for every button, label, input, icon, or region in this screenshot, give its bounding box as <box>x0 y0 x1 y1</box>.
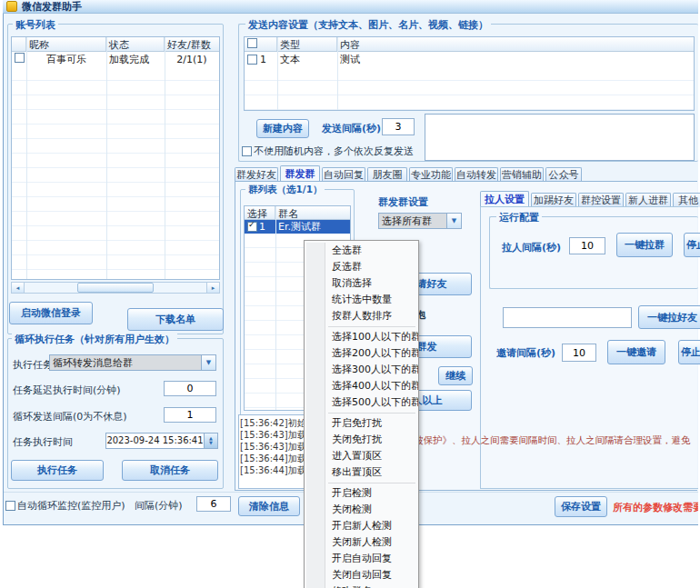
menu-item-select-all-groups[interactable]: 全选群 <box>305 243 418 259</box>
menu-item-select-under-300[interactable]: 选择300人以下的群 <box>305 362 418 378</box>
pull-group-button[interactable]: 一键拉群 <box>616 233 673 257</box>
scrollbar-thumb[interactable] <box>77 283 154 293</box>
scroll-right-icon[interactable]: ▸ <box>206 283 219 293</box>
content-empty-rows <box>245 66 694 110</box>
tab-group-send-friends[interactable]: 群发好友 <box>235 167 278 182</box>
continue-button[interactable]: 继续 <box>438 366 473 385</box>
menu-item-enter-pinned[interactable]: 进入置顶区 <box>305 448 418 464</box>
content-select-all-checkbox[interactable] <box>247 38 257 48</box>
menu-separator <box>328 483 415 483</box>
account-status: 加载完成 <box>106 53 165 66</box>
group-list-title: 群列表（选1/1） <box>245 184 325 196</box>
monitor-checkbox[interactable] <box>5 501 15 511</box>
clear-log-button[interactable]: 清除信息 <box>238 496 300 516</box>
content-row-checkbox[interactable] <box>247 55 257 65</box>
run-task-button[interactable]: 执行任务 <box>11 460 104 481</box>
group-row-selected[interactable]: ✓ 1 Er.测试群 <box>245 220 350 234</box>
menu-separator <box>328 326 415 327</box>
cancel-task-button[interactable]: 取消任务 <box>122 460 218 481</box>
menu-item-mute-off[interactable]: 关闭免打扰 <box>305 432 418 448</box>
account-nickname: 百事可乐 <box>26 53 106 66</box>
tab-pro-features[interactable]: 专业功能 <box>409 167 453 182</box>
accounts-hscrollbar[interactable]: ◂ ▸ <box>11 282 220 294</box>
menu-item-select-under-200[interactable]: 选择200人以下的群 <box>305 345 418 362</box>
title-bar[interactable]: 微信发群助手 <box>3 0 698 14</box>
invite-interval-input[interactable] <box>562 344 596 362</box>
table-gridline <box>337 37 338 110</box>
loop-interval-label: 循环发送间隔(0为不休息) <box>13 410 127 424</box>
accounts-table[interactable]: 昵称 状态 好友/群数 百事可乐 加载完成 2/1(1) <box>11 36 220 280</box>
tab-group-send-groups[interactable]: 群发群 <box>280 165 320 182</box>
tab-marketing[interactable]: 营销辅助 <box>500 167 544 182</box>
menu-item-autoreply-off[interactable]: 关闭自动回复 <box>305 567 418 583</box>
invite-button[interactable]: 一键邀请 <box>607 340 665 364</box>
content-preview-textarea[interactable] <box>425 114 695 161</box>
content-row[interactable]: 1 文本 测试 <box>245 52 694 67</box>
download-list-button[interactable]: 下载名单 <box>127 308 224 331</box>
task-time-picker[interactable]: 2023-09-24 15:36:41 ▲ ▼ <box>105 433 218 449</box>
subtab-pull-settings[interactable]: 拉人设置 <box>480 191 529 207</box>
stop-invite-button[interactable]: 停止邀请 <box>678 340 700 364</box>
save-settings-button[interactable]: 保存设置 <box>555 496 607 517</box>
account-checkbox[interactable] <box>15 53 25 63</box>
loop-interval-input[interactable] <box>164 407 216 423</box>
menu-item-sort-by-members[interactable]: 按群人数排序 <box>305 308 418 324</box>
menu-item-newmember-detect-off[interactable]: 关闭新人检测 <box>305 534 418 551</box>
task-time-label: 任务执行时间 <box>13 435 73 449</box>
menu-item-mute-on[interactable]: 开启免打扰 <box>305 415 418 432</box>
subtab-add-kick-friends[interactable]: 加踢好友 <box>531 193 576 207</box>
menu-item-clear-selection[interactable]: 取消选择 <box>305 275 418 292</box>
group-table-header: 选择 群名 <box>245 206 350 220</box>
random-content-checkbox[interactable] <box>242 146 252 156</box>
content-row-text: 测试 <box>337 53 694 66</box>
pull-friend-button[interactable]: 一键拉好友 <box>638 305 700 329</box>
spin-down-icon[interactable]: ▼ <box>209 441 213 445</box>
header-group-select: 选择 <box>245 206 275 219</box>
subtab-others[interactable]: 其他 <box>673 193 700 207</box>
content-table-header: 类型 内容 <box>245 37 694 52</box>
group-row-checkbox[interactable]: ✓ <box>247 222 257 232</box>
tab-auto-forward[interactable]: 自动转发 <box>455 167 498 182</box>
datetime-spinner-icon[interactable]: ▲ ▼ <box>204 434 217 448</box>
friend-keyword-input[interactable] <box>503 307 632 328</box>
login-wechat-button[interactable]: 启动微信登录 <box>9 302 93 324</box>
menu-item-detect-on[interactable]: 开启检测 <box>305 485 418 502</box>
menu-item-select-under-400[interactable]: 选择400人以下的群 <box>305 378 418 394</box>
tab-official-account[interactable]: 公众号 <box>545 167 582 182</box>
menu-item-autoreply-on[interactable]: 开启自动回复 <box>305 551 418 567</box>
content-table[interactable]: 类型 内容 1 文本 测试 <box>244 36 695 111</box>
menu-item-newmember-detect-on[interactable]: 开启新人检测 <box>305 518 418 534</box>
menu-item-select-under-100[interactable]: 选择100人以下的群 <box>305 329 418 345</box>
header-type: 类型 <box>277 37 337 51</box>
task-delay-input[interactable] <box>164 381 216 396</box>
send-interval-input[interactable] <box>382 118 415 135</box>
menu-item-leave-pinned[interactable]: 移出置顶区 <box>305 464 418 481</box>
monitor-interval-label: 间隔(分钟) <box>135 499 183 513</box>
group-scope-select[interactable]: 选择所有群 ▼ <box>378 213 462 229</box>
header-select <box>12 37 26 51</box>
scroll-left-icon[interactable]: ◂ <box>12 283 25 293</box>
stop-pull-button[interactable]: 停止拉群 <box>684 233 700 257</box>
chevron-down-icon[interactable]: ▼ <box>201 355 215 370</box>
sub-tab-bar: 拉人设置 加踢好友 群控设置 新人进群 其他 <box>480 190 700 207</box>
tab-moments[interactable]: 朋友圈 <box>367 167 407 182</box>
table-gridline <box>277 37 278 110</box>
menu-item-invert-selection[interactable]: 反选群 <box>305 259 418 275</box>
account-row[interactable]: 百事可乐 加载完成 2/1(1) <box>12 52 219 67</box>
tab-auto-reply[interactable]: 自动回复 <box>322 167 365 182</box>
menu-item-rename-group[interactable]: 修改群名 <box>305 583 418 588</box>
menu-item-count-selected[interactable]: 统计选中数量 <box>305 292 418 308</box>
chevron-down-icon[interactable]: ▼ <box>446 214 461 228</box>
task-type-select[interactable]: 循环转发消息给群 ▼ <box>49 354 216 371</box>
pull-interval-input[interactable] <box>569 237 605 254</box>
header-nickname: 昵称 <box>26 37 106 51</box>
main-tab-bar: 群发好友 群发群 自动回复 朋友圈 专业功能 自动转发 营销辅助 公众号 <box>235 165 584 182</box>
menu-item-select-under-500[interactable]: 选择500人以下的群 <box>305 394 418 411</box>
new-content-button[interactable]: 新建内容 <box>256 119 309 138</box>
subtab-new-members[interactable]: 新人进群 <box>625 193 671 207</box>
invite-interval-label: 邀请间隔(秒) <box>496 346 555 360</box>
subtab-group-control[interactable]: 群控设置 <box>578 193 624 207</box>
monitor-interval-input[interactable] <box>196 496 231 512</box>
send-settings-label: 群发群设置 <box>378 195 428 209</box>
menu-item-detect-off[interactable]: 关闭检测 <box>305 502 418 518</box>
